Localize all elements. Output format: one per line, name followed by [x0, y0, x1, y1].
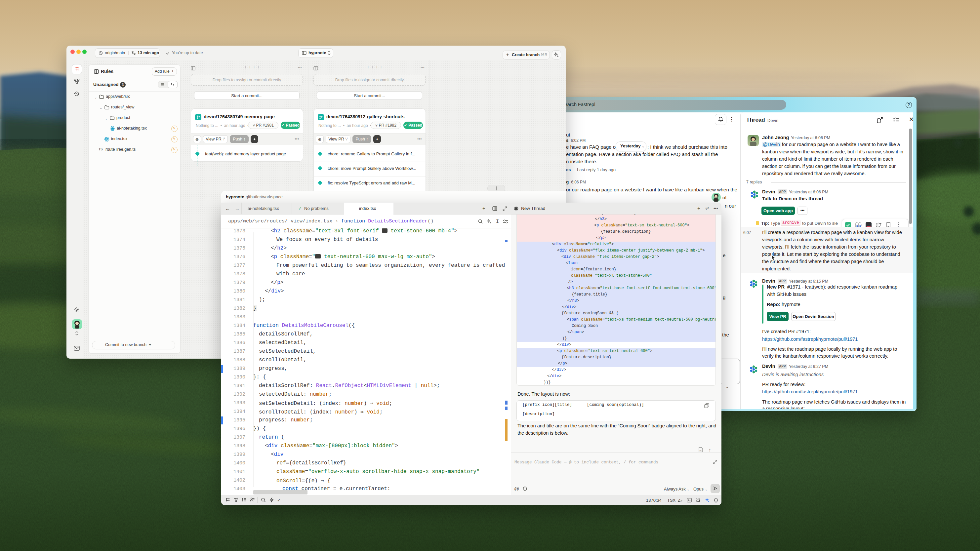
svg-text:MD: MD: [700, 449, 702, 451]
